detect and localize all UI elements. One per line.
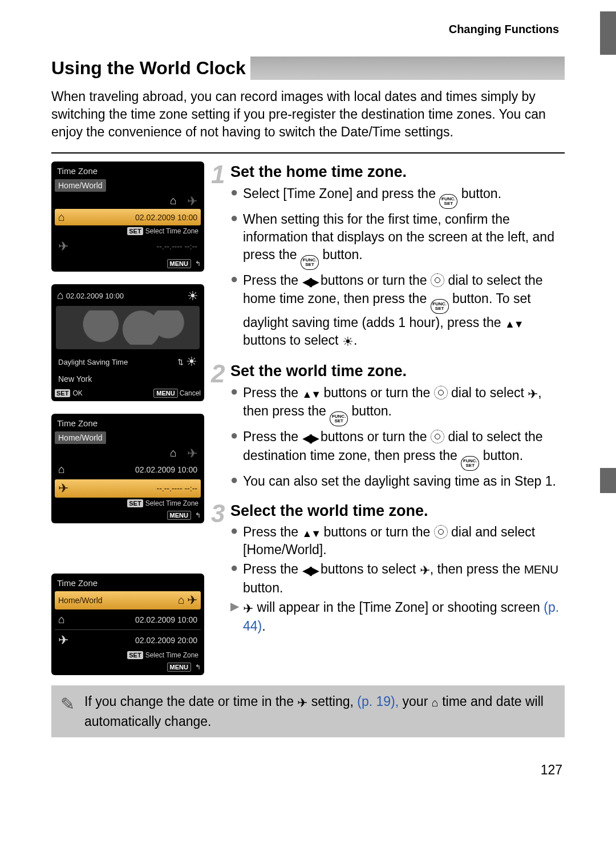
step1-bullet3: Press the ◀▶ buttons or turn the dial to… (243, 272, 565, 350)
dst-label: Daylight Saving Time (58, 358, 128, 366)
dial-icon (431, 273, 444, 287)
dial-icon (434, 525, 448, 539)
sun-on-icon: ☀ (342, 333, 354, 350)
world-map (56, 306, 200, 349)
set-chip: SET (127, 499, 143, 507)
lcd-title: Time Zone (57, 578, 198, 588)
plane-icon: ✈ (187, 194, 197, 209)
step1-bullet1: Select [Time Zone] and press the FUNC.SE… (243, 185, 565, 209)
up-down-icon: ▲▼ (302, 387, 321, 401)
step2-bullet1: Press the ▲▼ buttons or turn the dial to… (243, 384, 565, 427)
title-gradient-bar (250, 56, 565, 80)
bullet-icon: ● (230, 523, 243, 559)
lcd-timezone-both: Time Zone Home/World ⌂ ✈ ⌂ 02.02.2009 10… (51, 574, 204, 675)
lcd-map: ⌂ 02.02.2009 10:00 ☀ Daylight Saving Tim… (51, 284, 204, 401)
step-title: Set the world time zone. (230, 362, 407, 380)
step1-bullet2: When setting this for the first time, co… (243, 211, 565, 270)
lcd-date: 02.02.2009 20:00 (135, 636, 197, 645)
lcd-foot: MENU↰ (55, 511, 201, 520)
home-icon: ⌂ (58, 463, 65, 476)
lcd-timezone-world: Time Zone Home/World ⌂ ✈ ⌂ 02.02.2009 10… (51, 414, 204, 523)
home-icon: ⌂ (178, 594, 185, 606)
plane-icon: ✈ (58, 481, 68, 496)
lcd-date: 02.02.2009 10:00 (135, 213, 197, 222)
section-title-row: Using the World Clock (51, 56, 565, 80)
lcd-set-tz: SETSelect Time Zone (55, 227, 198, 235)
home-icon: ⌂ (432, 695, 439, 710)
step-1: 1 Set the home time zone. ● Select [Time… (230, 162, 565, 350)
section-title: Using the World Clock (51, 56, 250, 80)
lcd-foot: MENU↰ (55, 663, 201, 672)
set-chip: SET (127, 227, 143, 235)
dial-icon (431, 430, 444, 443)
running-header: Changing Functions (51, 23, 565, 36)
home-icon: ⌂ (57, 289, 64, 301)
page-ref-19: (p. 19), (357, 694, 399, 709)
menu-chip: MENU (153, 389, 177, 398)
bullet-icon: ● (230, 384, 243, 427)
lcd-world-row: ✈ 02.02.2009 20:00 (55, 631, 201, 649)
bullet-icon: ● (230, 185, 243, 209)
home-icon: ⌂ (170, 446, 177, 461)
step3-bullet2: Press the ◀▶ buttons to select ✈, then p… (243, 560, 565, 597)
lcd-dash: --.--.---- --:-- (156, 242, 197, 251)
lcd-title: Time Zone (57, 418, 198, 428)
lcd-timezone-home: Time Zone Home/World ⌂ ✈ ⌂ 02.02.2009 10… (51, 162, 204, 272)
left-right-icon: ◀▶ (302, 562, 317, 579)
lcd-dash: --.--.---- --:-- (156, 484, 197, 493)
lcd-world-row: ✈ --.--.---- --:-- (55, 237, 201, 256)
home-world-selected: Home/World ⌂ ✈ (55, 591, 201, 609)
home-world-label: Home/World (55, 431, 106, 444)
step3-bullet1: Press the ▲▼ buttons or turn the dial an… (243, 523, 565, 559)
ok-label: OK (72, 389, 82, 397)
step-3: 3 Select the world time zone. ● Press th… (230, 500, 565, 635)
step3-result: ✈ will appear in the [Time Zone] or shoo… (243, 599, 565, 635)
lcd-world-row: ✈ --.--.---- --:-- (55, 479, 201, 498)
left-right-icon: ◀▶ (302, 430, 317, 447)
bullet-icon: ● (230, 473, 243, 490)
up-down-icon: ▲▼ (302, 527, 321, 540)
func-set-icon: FUNC.SET (301, 255, 319, 270)
pencil-icon: ✎ (60, 692, 84, 730)
cancel-label: Cancel (180, 389, 201, 397)
lcd-foot: MENU↰ (55, 259, 201, 268)
menu-label: MENU (524, 563, 558, 576)
step-number: 1 (211, 158, 225, 191)
left-right-icon: ◀▶ (302, 273, 317, 290)
func-set-icon: FUNC.SET (439, 194, 457, 209)
back-icon: ↰ (195, 260, 201, 268)
step-number: 3 (211, 496, 225, 530)
bullet-icon: ● (230, 272, 243, 350)
lcd-home-row: ⌂ 02.02.2009 10:00 (55, 461, 201, 478)
page-number: 127 (51, 762, 565, 778)
lcd-date: 02.02.2009 10:00 (135, 465, 197, 474)
func-set-icon: FUNC.SET (330, 411, 348, 426)
intro-paragraph: When traveling abroad, you can record im… (51, 88, 565, 141)
note-box: ✎ If you change the date or time in the … (51, 685, 565, 737)
menu-chip: MENU (167, 511, 191, 520)
menu-chip: MENU (167, 663, 191, 672)
lcd-date: 02.02.2009 10:00 (135, 615, 197, 624)
set-chip: SET (55, 389, 70, 397)
set-chip: SET (127, 651, 143, 659)
home-icon: ⌂ (58, 211, 65, 224)
back-icon: ↰ (195, 663, 201, 671)
city-name: New York (58, 374, 92, 383)
func-set-icon: FUNC.SET (461, 456, 479, 471)
lcd-foot: SETOK MENUCancel (55, 389, 201, 398)
lcd-home-row: ⌂ 02.02.2009 10:00 (55, 611, 201, 628)
plane-icon: ✈ (420, 562, 430, 579)
plane-icon: ✈ (297, 695, 307, 712)
page-side-tab-2 (600, 468, 616, 493)
home-world-label: Home/World (55, 179, 106, 192)
dst-icons: ⇅ ☀ (177, 354, 197, 369)
lcd-title: Time Zone (57, 166, 198, 176)
result-arrow-icon: ▶ (230, 599, 243, 635)
bullet-icon: ● (230, 560, 243, 597)
step-2: 2 Set the world time zone. ● Press the ▲… (230, 361, 565, 490)
lcd-home-row: ⌂ 02.02.2009 10:00 (55, 209, 201, 225)
lcd-set-tz: SETSelect Time Zone (55, 499, 198, 507)
up-down-icon: ▲▼ (505, 317, 523, 331)
sun-off-icon: ☀ (187, 289, 198, 304)
func-set-icon: FUNC.SET (431, 299, 449, 314)
